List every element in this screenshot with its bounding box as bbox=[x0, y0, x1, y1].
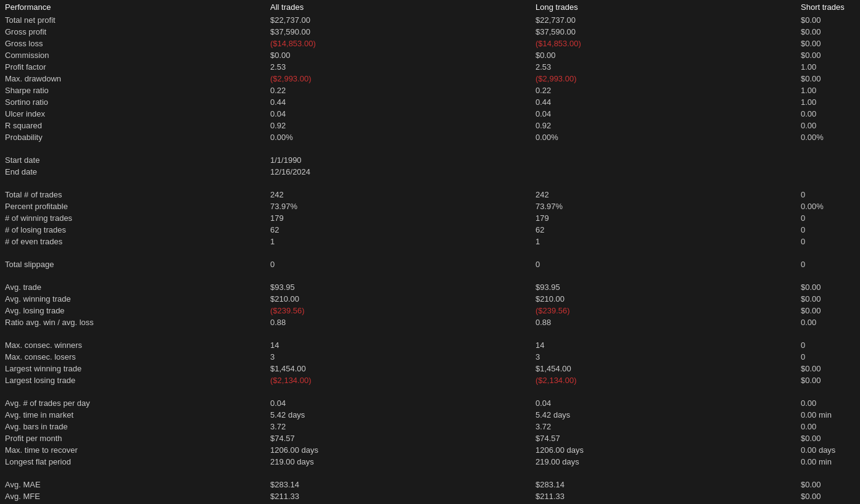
row-long-value: 3 bbox=[531, 351, 796, 363]
row-all-value: 0 bbox=[265, 258, 531, 270]
row-label: Max. time to recover bbox=[0, 444, 265, 456]
row-short-value: $0.00 bbox=[796, 293, 860, 305]
row-label: Sharpe ratio bbox=[0, 85, 265, 96]
table-row: Percent profitable73.97%73.97%0.00% bbox=[0, 200, 860, 212]
row-short-value: $0.00 bbox=[796, 73, 860, 85]
col-header-long: Long trades bbox=[531, 0, 796, 14]
table-row: Max. drawdown($2,993.00)($2,993.00)$0.00 bbox=[0, 73, 860, 85]
row-label: Total # of trades bbox=[0, 189, 265, 200]
table-row: Avg. MAE$283.14$283.14$0.00 bbox=[0, 479, 860, 490]
col-header-short: Short trades bbox=[796, 0, 860, 14]
row-all-value: 0.04 bbox=[265, 108, 531, 120]
row-label: Commission bbox=[0, 49, 265, 61]
row-label: Total slippage bbox=[0, 258, 265, 270]
row-all-value: 12/16/2024 bbox=[265, 166, 531, 178]
row-long-value: ($2,993.00) bbox=[531, 73, 796, 85]
row-short-value: 0.00 min bbox=[796, 456, 860, 468]
row-label: Max. consec. losers bbox=[0, 351, 265, 363]
row-short-value: 0 bbox=[796, 236, 860, 247]
row-label: Gross loss bbox=[0, 38, 265, 49]
row-long-value: $210.00 bbox=[531, 293, 796, 305]
spacer-row bbox=[0, 143, 860, 154]
row-all-value: $74.57 bbox=[265, 432, 531, 444]
table-row: Gross profit$37,590.00$37,590.00$0.00 bbox=[0, 26, 860, 38]
table-row: Total # of trades2422420 bbox=[0, 189, 860, 200]
row-label: Sortino ratio bbox=[0, 96, 265, 108]
row-long-value: $22,737.00 bbox=[531, 14, 796, 26]
row-label: Percent profitable bbox=[0, 200, 265, 212]
row-long-value: 179 bbox=[531, 212, 796, 224]
table-row: End date12/16/2024 bbox=[0, 166, 860, 178]
row-short-value: $0.00 bbox=[796, 281, 860, 293]
table-row: Avg. MFE$211.33$211.33$0.00 bbox=[0, 490, 860, 502]
row-long-value: 242 bbox=[531, 189, 796, 200]
row-short-value: 0 bbox=[796, 224, 860, 236]
row-label: Avg. bars in trade bbox=[0, 421, 265, 432]
row-label: Avg. MAE bbox=[0, 479, 265, 490]
row-short-value: $0.00 bbox=[796, 14, 860, 26]
row-all-value: 0.92 bbox=[265, 120, 531, 131]
row-label: Profit per month bbox=[0, 432, 265, 444]
row-label: Avg. time in market bbox=[0, 409, 265, 421]
stats-table: Performance All trades Long trades Short… bbox=[0, 0, 860, 504]
table-body: Total net profit$22,737.00$22,737.00$0.0… bbox=[0, 14, 860, 504]
row-label: # of winning trades bbox=[0, 212, 265, 224]
table-row: Avg. winning trade$210.00$210.00$0.00 bbox=[0, 293, 860, 305]
row-short-value: $0.00 bbox=[796, 305, 860, 316]
row-all-value: ($2,993.00) bbox=[265, 73, 531, 85]
row-long-value: 0.88 bbox=[531, 316, 796, 328]
row-all-value: 0.22 bbox=[265, 85, 531, 96]
table-row: Probability0.00%0.00%0.00% bbox=[0, 131, 860, 143]
table-row: Max. consec. losers330 bbox=[0, 351, 860, 363]
performance-table: Performance All trades Long trades Short… bbox=[0, 0, 860, 504]
row-short-value: 0.00 min bbox=[796, 409, 860, 421]
row-label: Avg. trade bbox=[0, 281, 265, 293]
row-all-value: 3 bbox=[265, 351, 531, 363]
row-all-value: 62 bbox=[265, 224, 531, 236]
row-short-value bbox=[796, 154, 860, 166]
table-row: Total slippage000 bbox=[0, 258, 860, 270]
row-label: Avg. # of trades per day bbox=[0, 397, 265, 409]
row-long-value: $211.33 bbox=[531, 490, 796, 502]
row-all-value: 73.97% bbox=[265, 200, 531, 212]
row-long-value: 0.44 bbox=[531, 96, 796, 108]
row-long-value: 0.00% bbox=[531, 131, 796, 143]
table-row: # of winning trades1791790 bbox=[0, 212, 860, 224]
row-label: Gross profit bbox=[0, 26, 265, 38]
spacer-row bbox=[0, 247, 860, 258]
row-all-value: 0.88 bbox=[265, 316, 531, 328]
table-row: Start date1/1/1990 bbox=[0, 154, 860, 166]
row-long-value bbox=[531, 166, 796, 178]
row-short-value: 0.00 days bbox=[796, 444, 860, 456]
row-short-value: 0.00% bbox=[796, 131, 860, 143]
row-short-value: $0.00 bbox=[796, 363, 860, 374]
row-long-value: 0 bbox=[531, 258, 796, 270]
row-long-value bbox=[531, 154, 796, 166]
row-long-value: 14 bbox=[531, 339, 796, 351]
row-short-value: 0.00 bbox=[796, 421, 860, 432]
row-all-value: 1 bbox=[265, 236, 531, 247]
table-row: Longest flat period219.00 days219.00 day… bbox=[0, 456, 860, 468]
row-short-value: 0 bbox=[796, 351, 860, 363]
row-all-value: $0.00 bbox=[265, 49, 531, 61]
row-label: End date bbox=[0, 166, 265, 178]
row-long-value: ($2,134.00) bbox=[531, 374, 796, 386]
row-label: Largest losing trade bbox=[0, 374, 265, 386]
col-header-all: All trades bbox=[265, 0, 531, 14]
row-all-value: 219.00 days bbox=[265, 456, 531, 468]
table-row: Commission$0.00$0.00$0.00 bbox=[0, 49, 860, 61]
row-all-value: 0.04 bbox=[265, 397, 531, 409]
row-long-value: $93.95 bbox=[531, 281, 796, 293]
row-label: Avg. winning trade bbox=[0, 293, 265, 305]
row-all-value: $1,454.00 bbox=[265, 363, 531, 374]
row-label: Longest flat period bbox=[0, 456, 265, 468]
row-label: # of losing trades bbox=[0, 224, 265, 236]
row-long-value: 62 bbox=[531, 224, 796, 236]
row-all-value: $210.00 bbox=[265, 293, 531, 305]
row-all-value: 242 bbox=[265, 189, 531, 200]
col-header-performance: Performance bbox=[0, 0, 265, 14]
row-all-value: 0.44 bbox=[265, 96, 531, 108]
row-short-value: 0.00 bbox=[796, 108, 860, 120]
row-long-value: 0.22 bbox=[531, 85, 796, 96]
row-long-value: $74.57 bbox=[531, 432, 796, 444]
